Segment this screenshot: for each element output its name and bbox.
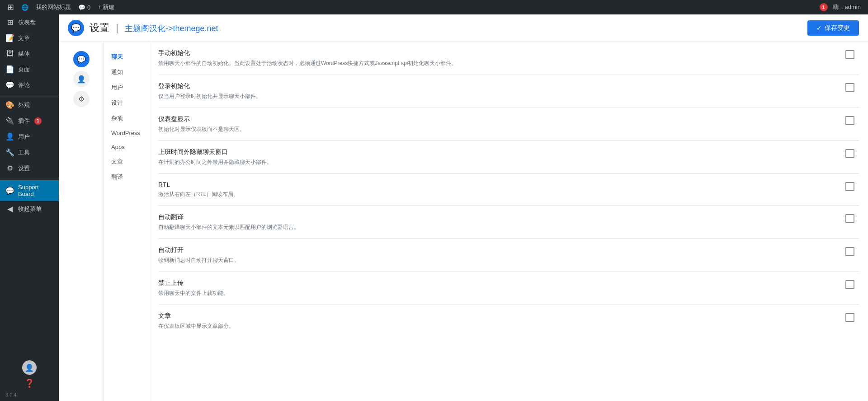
setting-dashboard-display-desc: 初始化时显示仪表板而不是聊天区。: [158, 125, 845, 133]
help-icon[interactable]: ❓: [24, 378, 34, 388]
setting-login-init: 登录初始化 仅当用户登录时初始化并显示聊天小部件。: [158, 75, 859, 108]
page-heading: 设置 | 主题阁汉化->themege.net: [90, 21, 218, 35]
menu-item-users[interactable]: 👤 用户: [0, 129, 59, 145]
plugin-body: 💬 👤 ⚙ 聊天 通知 用户 设计 杂项 WordPress Apps 文章 翻…: [59, 42, 868, 401]
wp-wrap: ⊞ 仪表盘 📝 文章 🖼 媒体 📄 页面 💬 评论 🎨 外观 🔌 插件 1: [0, 0, 868, 401]
site-title[interactable]: 我的网站标题: [32, 0, 75, 14]
settings-icon: ⚙: [5, 164, 14, 173]
checkbox-rtl[interactable]: [845, 182, 854, 191]
plugin-subnav: 聊天 通知 用户 设计 杂项 WordPress Apps 文章 翻译: [104, 42, 149, 401]
subnav-item-apps[interactable]: Apps: [104, 140, 149, 154]
menu-separator-1: [0, 95, 59, 95]
comments-label: 评论: [18, 81, 30, 89]
pages-label: 页面: [18, 65, 30, 74]
page-title: 设置: [90, 22, 109, 33]
menu-item-dashboard[interactable]: ⊞ 仪表盘: [0, 14, 59, 30]
subnav-item-design[interactable]: 设计: [104, 95, 149, 111]
setting-rtl: RTL 激活从右向左（RTL）阅读布局。: [158, 174, 859, 206]
setting-articles-title: 文章: [158, 312, 845, 320]
setting-auto-translate-text: 自动翻译 自动翻译聊天小部件的文本元素以匹配用户的浏览器语言。: [158, 213, 845, 231]
setting-auto-translate-control: [845, 213, 859, 223]
setting-auto-open-desc: 收到新消息时自动打开聊天窗口。: [158, 256, 845, 264]
setting-articles-text: 文章 在仪表板区域中显示文章部分。: [158, 312, 845, 330]
menu-item-support-board[interactable]: 💬 Support Board: [0, 180, 59, 201]
menu-item-comments[interactable]: 💬 评论: [0, 77, 59, 93]
menu-item-plugins[interactable]: 🔌 插件 1: [0, 113, 59, 129]
checkbox-disable-upload[interactable]: [845, 280, 854, 289]
setting-disable-upload-desc: 禁用聊天中的文件上载功能。: [158, 289, 845, 297]
site-icon: 🌐: [18, 0, 32, 14]
admin-sidebar: ⊞ 仪表盘 📝 文章 🖼 媒体 📄 页面 💬 评论 🎨 外观 🔌 插件 1: [0, 14, 59, 401]
plugins-label: 插件: [18, 117, 30, 125]
setting-manual-init-title: 手动初始化: [158, 49, 845, 57]
user-greeting[interactable]: 嗨，admin: [830, 0, 864, 14]
setting-articles-control: [845, 312, 859, 322]
active-arrow: [57, 187, 59, 194]
checkbox-hide-office-hours[interactable]: [845, 149, 854, 158]
media-icon: 🖼: [5, 50, 14, 58]
appearance-icon: 🎨: [5, 101, 14, 109]
setting-auto-translate-title: 自动翻译: [158, 213, 845, 221]
setting-auto-translate-desc: 自动翻译聊天小部件的文本元素以匹配用户的浏览器语言。: [158, 223, 845, 231]
posts-label: 文章: [18, 34, 30, 42]
checkbox-dashboard-display[interactable]: [845, 116, 854, 125]
setting-manual-init-desc: 禁用聊天小部件的自动初始化。当此设置处于活动状态时，必须通过WordPress快…: [158, 59, 845, 67]
comment-icon[interactable]: 💬 0: [75, 0, 94, 14]
new-button[interactable]: + 新建: [94, 0, 118, 14]
admin-bar: ⊞ 🌐 我的网站标题 💬 0 + 新建 1 嗨，admin: [0, 0, 868, 14]
chat-icon-symbol: 💬: [71, 23, 81, 33]
wp-logo-icon[interactable]: ⊞: [4, 2, 18, 12]
checkbox-manual-init[interactable]: [845, 50, 854, 59]
menu-item-settings[interactable]: ⚙ 设置: [0, 160, 59, 176]
setting-hide-office-hours: 上班时间外隐藏聊天窗口 在计划的办公时间之外禁用并隐藏聊天小部件。: [158, 141, 859, 174]
setting-auto-open-control: [845, 246, 859, 256]
admin-bar-right: 1 嗨，admin: [820, 0, 864, 14]
user-avatar[interactable]: 👤: [22, 360, 37, 375]
save-label: 保存变更: [825, 24, 850, 32]
setting-rtl-desc: 激活从右向左（RTL）阅读布局。: [158, 190, 845, 198]
setting-hide-office-hours-text: 上班时间外隐藏聊天窗口 在计划的办公时间之外禁用并隐藏聊天小部件。: [158, 148, 845, 166]
setting-disable-upload: 禁止上传 禁用聊天中的文件上载功能。: [158, 272, 859, 305]
checkbox-auto-open[interactable]: [845, 247, 854, 256]
checkbox-login-init[interactable]: [845, 83, 854, 92]
nav-icon-user[interactable]: 👤: [73, 71, 90, 87]
setting-login-init-text: 登录初始化 仅当用户登录时初始化并显示聊天小部件。: [158, 82, 845, 100]
menu-item-tools[interactable]: 🔧 工具: [0, 145, 59, 160]
support-board-label: Support Board: [18, 184, 53, 197]
subnav-item-misc[interactable]: 杂项: [104, 111, 149, 126]
subnav-item-chat[interactable]: 聊天: [104, 49, 149, 65]
settings-label: 设置: [18, 164, 30, 173]
subnav-item-wordpress[interactable]: WordPress: [104, 126, 149, 140]
plugin-chat-icon: 💬: [68, 20, 84, 36]
subnav-item-users[interactable]: 用户: [104, 80, 149, 95]
subnav-item-articles[interactable]: 文章: [104, 154, 149, 169]
setting-dashboard-display-control: [845, 115, 859, 125]
title-separator: |: [116, 22, 118, 33]
menu-item-collapse[interactable]: ◀ 收起菜单: [0, 201, 59, 217]
checkbox-auto-translate[interactable]: [845, 214, 854, 223]
collapse-icon: ◀: [5, 205, 14, 213]
nav-icon-gear[interactable]: ⚙: [73, 91, 90, 107]
save-button[interactable]: ✓ 保存变更: [807, 20, 859, 36]
setting-auto-translate: 自动翻译 自动翻译聊天小部件的文本元素以匹配用户的浏览器语言。: [158, 206, 859, 239]
menu-item-posts[interactable]: 📝 文章: [0, 30, 59, 46]
setting-rtl-title: RTL: [158, 181, 845, 188]
subnav-item-translate[interactable]: 翻译: [104, 169, 149, 185]
comments-icon: 💬: [5, 81, 14, 89]
media-label: 媒体: [18, 50, 30, 58]
appearance-label: 外观: [18, 101, 30, 109]
menu-item-pages[interactable]: 📄 页面: [0, 61, 59, 77]
setting-manual-init: 手动初始化 禁用聊天小部件的自动初始化。当此设置处于活动状态时，必须通过Word…: [158, 42, 859, 75]
nav-icon-chat[interactable]: 💬: [73, 51, 90, 67]
plugins-icon: 🔌: [5, 117, 14, 125]
menu-item-media[interactable]: 🖼 媒体: [0, 46, 59, 61]
subnav-item-notify[interactable]: 通知: [104, 65, 149, 80]
plugins-badge: 1: [34, 117, 42, 125]
checkbox-articles[interactable]: [845, 313, 854, 322]
dashboard-label: 仪表盘: [18, 19, 36, 27]
menu-item-appearance[interactable]: 🎨 外观: [0, 97, 59, 113]
support-board-icon: 💬: [5, 187, 14, 195]
setting-manual-init-text: 手动初始化 禁用聊天小部件的自动初始化。当此设置处于活动状态时，必须通过Word…: [158, 49, 845, 67]
page-subtitle: 主题阁汉化->themege.net: [125, 24, 218, 33]
setting-disable-upload-title: 禁止上传: [158, 279, 845, 287]
